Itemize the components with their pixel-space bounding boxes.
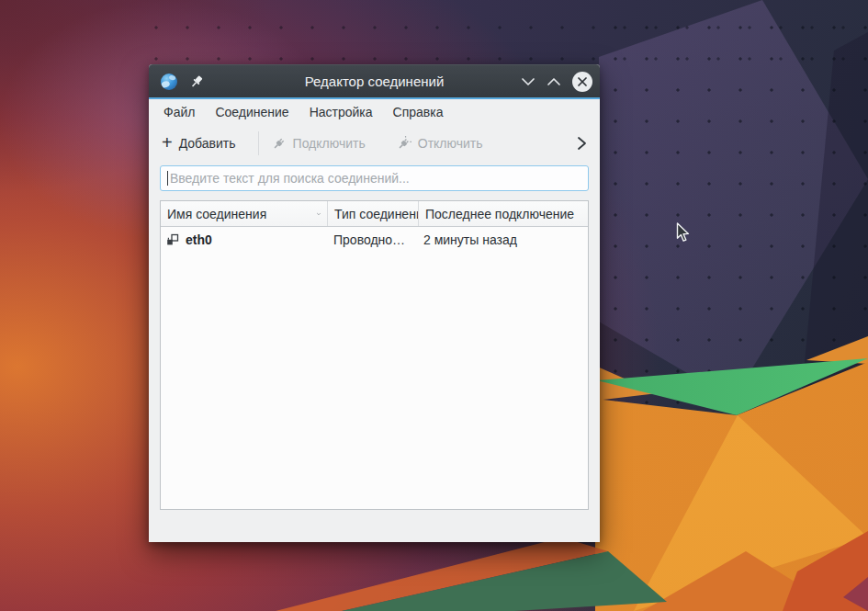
search-input[interactable]: Введите текст для поиска соединений... (160, 165, 589, 191)
connection-last-used: 2 минуты назад (419, 232, 588, 247)
toolbar: + Добавить Подключить (149, 125, 600, 162)
close-icon (578, 77, 587, 86)
plug-disconnect-icon (397, 136, 411, 151)
titlebar[interactable]: Редактор соединений (149, 64, 600, 97)
chevron-right-icon (577, 136, 587, 151)
table-header: Имя соединения Тип соединения Последнее … (161, 201, 588, 227)
minimize-button[interactable] (521, 77, 535, 86)
toolbar-separator (258, 131, 259, 155)
menu-connection[interactable]: Соединение (215, 105, 288, 119)
search-placeholder: Введите текст для поиска соединений... (170, 171, 410, 186)
menubar: Файл Соединение Настройка Справка (149, 99, 600, 125)
close-button[interactable] (572, 72, 592, 92)
column-header-type[interactable]: Тип соединения (328, 201, 419, 226)
sort-chevron-down-icon (311, 211, 321, 217)
connection-type: Проводно… (328, 232, 419, 247)
connect-button[interactable]: Подключить (272, 136, 366, 151)
globe-network-icon (160, 73, 178, 91)
disconnect-button[interactable]: Отключить (397, 136, 483, 151)
add-button[interactable]: + Добавить (162, 135, 236, 152)
column-header-name[interactable]: Имя соединения (161, 201, 328, 226)
connection-editor-window: Редактор соединений Файл Соединение (149, 64, 600, 542)
text-caret (167, 171, 168, 186)
menu-file[interactable]: Файл (163, 105, 195, 119)
connections-list: Имя соединения Тип соединения Последнее … (160, 200, 589, 510)
wallpaper-dot-grid (597, 0, 868, 413)
plug-connect-icon (272, 136, 287, 151)
menu-settings[interactable]: Настройка (310, 105, 373, 119)
pin-icon[interactable] (189, 74, 204, 89)
maximize-button[interactable] (547, 77, 561, 86)
plus-icon: + (162, 133, 173, 152)
desktop: Редактор соединений Файл Соединение (0, 0, 868, 611)
table-row-eth0[interactable]: eth0 Проводно… 2 минуты назад (161, 227, 588, 252)
mouse-cursor (676, 222, 690, 243)
toolbar-overflow-button[interactable] (577, 136, 587, 151)
column-header-last-used[interactable]: Последнее подключение (419, 201, 588, 226)
menu-help[interactable]: Справка (393, 105, 444, 119)
connection-name: eth0 (186, 232, 212, 247)
network-wired-icon (166, 233, 179, 246)
